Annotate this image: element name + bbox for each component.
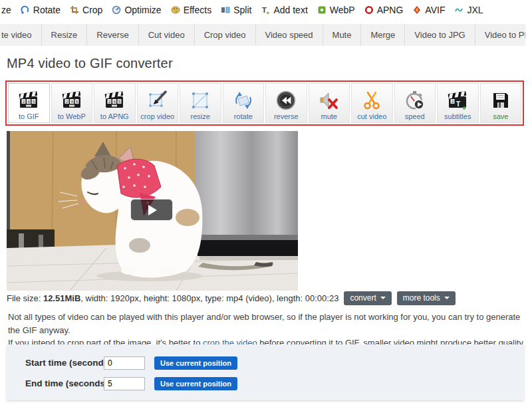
tool-rotate[interactable]: rotate xyxy=(223,83,265,123)
convert-button[interactable]: convert xyxy=(344,291,391,305)
svg-text:+: + xyxy=(267,10,270,15)
svg-text:T: T xyxy=(456,100,460,108)
tool-reverse[interactable]: reverse xyxy=(265,83,307,123)
start-time-row: Start time (seconds): Use current positi… xyxy=(25,354,524,371)
menu-item-webp[interactable]: WebP xyxy=(317,5,355,15)
muted-speaker-icon xyxy=(319,88,339,112)
menu-item-label: Rotate xyxy=(33,5,61,15)
tool-speed[interactable]: speed xyxy=(394,83,436,123)
reverse-circle-icon xyxy=(276,88,296,112)
tool-cut-video[interactable]: cut video xyxy=(351,83,393,123)
tab-resize[interactable]: Resize xyxy=(42,24,88,46)
more-tools-button[interactable]: more tools xyxy=(397,291,456,305)
tool-label: rotate xyxy=(234,112,253,121)
end-time-label: End time (seconds): xyxy=(25,378,104,388)
subtitles-clapperboard-icon: 2T xyxy=(448,88,467,112)
play-button[interactable] xyxy=(130,199,173,221)
tab-merge[interactable]: Merge xyxy=(361,24,405,46)
clapperboard-icon: 245 xyxy=(19,88,39,112)
avif-icon xyxy=(412,5,422,15)
clapperboard-icon: 245 xyxy=(104,88,124,112)
tool-mute[interactable]: mute xyxy=(309,83,350,123)
tool-to-apng[interactable]: 245to APNG xyxy=(94,83,136,123)
add-text-icon: T+ xyxy=(261,5,270,15)
dropdown-caret-icon xyxy=(380,297,386,299)
tab-video-to-jpg[interactable]: Video to JPG xyxy=(405,24,475,46)
effects-icon xyxy=(171,5,180,15)
apng-icon xyxy=(364,5,374,15)
menu-item-label: WebP xyxy=(330,5,355,15)
tool-label: to WebP xyxy=(58,112,86,121)
menu-item-label: Effects xyxy=(184,5,212,15)
rotate-square-icon xyxy=(233,88,253,112)
tool-label: resize xyxy=(191,112,210,121)
menu-item-label: Optimize xyxy=(124,5,161,15)
file-size-value: 12.51MiB xyxy=(43,293,80,303)
end-time-row: End time (seconds): Use current position xyxy=(25,375,524,392)
clapperboard-icon: 245 xyxy=(62,88,82,112)
menu-item-crop[interactable]: Crop xyxy=(70,5,102,15)
tab-video-to-png[interactable]: Video to PNG xyxy=(475,24,525,46)
menu-item-apng[interactable]: APNG xyxy=(364,5,404,15)
time-range-panel: Start time (seconds): Use current positi… xyxy=(7,344,524,400)
video-player[interactable] xyxy=(7,131,298,291)
tool-subtitles[interactable]: 2Tsubtitles xyxy=(437,83,479,123)
tab-video-speed[interactable]: Video speed xyxy=(256,24,323,46)
tool-label: crop video xyxy=(140,112,174,121)
jxl-icon xyxy=(454,5,464,15)
menu-item-rotate[interactable]: Rotate xyxy=(21,5,61,15)
tool-label: cut video xyxy=(357,112,386,121)
use-current-position-start-button[interactable]: Use current position xyxy=(154,356,237,370)
tool-label: speed xyxy=(405,112,425,121)
tab-cut-video[interactable]: Cut video xyxy=(139,24,195,46)
tool-save[interactable]: save xyxy=(480,83,522,123)
tool-to-gif[interactable]: 245to GIF xyxy=(8,83,50,123)
tool-label: subtitles xyxy=(444,112,471,121)
tool-crop-video[interactable]: crop video xyxy=(137,83,179,123)
menu-item-optimize[interactable]: Optimize xyxy=(112,5,161,15)
menu-item-label: APNG xyxy=(377,5,404,15)
tool-label: reverse xyxy=(274,112,299,121)
stopwatch-icon xyxy=(405,88,425,112)
menu-item-label: JXL xyxy=(467,5,483,15)
split-icon xyxy=(221,5,230,15)
end-time-input[interactable] xyxy=(104,377,145,390)
menu-item-ze[interactable]: ze xyxy=(1,5,11,15)
menu-item-effects[interactable]: Effects xyxy=(171,5,212,15)
optimize-icon xyxy=(112,5,121,15)
floppy-disk-icon xyxy=(491,88,511,112)
page-title: MP4 video to GIF converter xyxy=(7,56,173,71)
menu-item-avif[interactable]: AVIF xyxy=(412,5,445,15)
menu-item-label: Split xyxy=(233,5,251,15)
dropdown-caret-icon xyxy=(444,297,450,299)
menu-item-label: Crop xyxy=(82,5,102,15)
tool-to-webp[interactable]: 245to WebP xyxy=(51,83,93,123)
tab-reverse[interactable]: Reverse xyxy=(87,24,138,46)
start-time-input[interactable] xyxy=(104,356,145,370)
tool-label: save xyxy=(493,112,508,121)
crop-icon xyxy=(70,5,79,15)
tab-te-video[interactable]: te video xyxy=(0,24,42,46)
scissors-icon xyxy=(362,88,382,112)
file-info-line: File size: 12.51MiB, width: 1920px, heig… xyxy=(7,290,525,306)
play-icon xyxy=(148,205,157,215)
tool-label: mute xyxy=(321,112,337,121)
crop-pen-icon xyxy=(148,88,168,112)
tab-crop-video[interactable]: Crop video xyxy=(195,24,256,46)
tab-mute[interactable]: Mute xyxy=(323,24,362,46)
menu-item-jxl[interactable]: JXL xyxy=(454,5,483,15)
menu-item-add-text[interactable]: T+Add text xyxy=(261,5,307,15)
note-line-1: Not all types of video can be played wit… xyxy=(8,311,524,337)
menu-item-label: ze xyxy=(1,5,11,15)
menu-item-label: Add text xyxy=(273,5,307,15)
menu-item-split[interactable]: Split xyxy=(221,5,251,15)
tool-tabbar: te videoResizeReverseCut videoCrop video… xyxy=(0,24,525,46)
tool-label: to GIF xyxy=(19,112,39,121)
tool-label: to APNG xyxy=(100,112,129,121)
tool-resize[interactable]: resize xyxy=(180,83,221,123)
converter-toolbar: 245to GIF245to WebP245to APNGcrop videor… xyxy=(5,80,524,126)
webp-icon xyxy=(317,5,327,15)
start-time-label: Start time (seconds): xyxy=(25,358,104,368)
use-current-position-end-button[interactable]: Use current position xyxy=(154,377,237,390)
top-menubar: zeRotateCropOptimizeEffectsSplitT+Add te… xyxy=(1,5,483,15)
